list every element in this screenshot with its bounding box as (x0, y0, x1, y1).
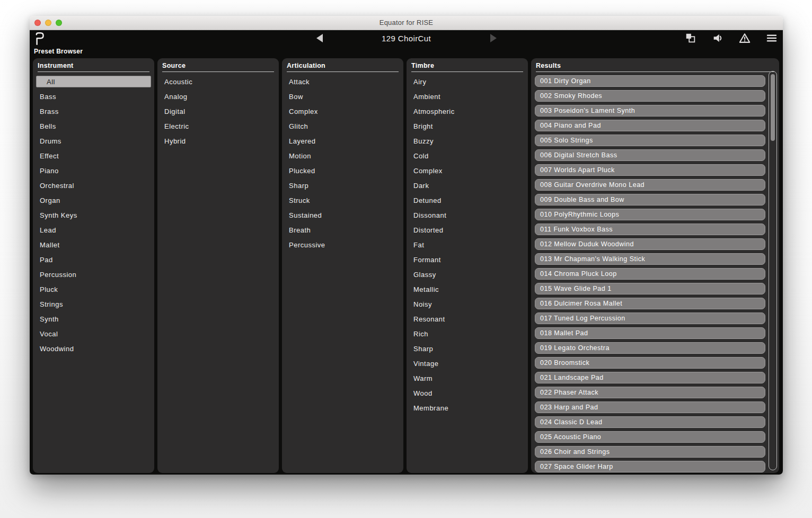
preset-result-item[interactable]: 014 Chroma Pluck Loop (535, 268, 765, 280)
filter-option[interactable]: Dark (410, 178, 525, 193)
filter-option[interactable]: Dissonant (410, 208, 525, 222)
preset-result-item[interactable]: 011 Funk Voxbox Bass (535, 224, 765, 235)
preset-result-item[interactable]: 017 Tuned Log Percussion (535, 312, 765, 324)
menu-icon[interactable] (766, 32, 778, 44)
preset-result-item[interactable]: 022 Phaser Attack (535, 387, 765, 398)
filter-option[interactable]: Vocal (36, 326, 151, 341)
preset-result-item[interactable]: 003 Poseidon's Lament Synth (535, 105, 765, 117)
filter-option[interactable]: Synth (36, 311, 151, 326)
preset-result-item[interactable]: 005 Solo Strings (535, 135, 765, 146)
filter-option[interactable]: Bells (36, 119, 151, 133)
filter-option[interactable]: Bow (285, 89, 400, 104)
filter-option[interactable]: Bass (36, 89, 151, 104)
filter-option[interactable]: Motion (285, 148, 400, 163)
filter-option[interactable]: Pad (36, 252, 151, 267)
filter-option[interactable]: Wood (410, 386, 525, 400)
filter-option[interactable]: Piano (36, 163, 151, 178)
preset-result-item[interactable]: 012 Mellow Duduk Woodwind (535, 238, 765, 250)
close-window-button[interactable] (34, 20, 41, 26)
filter-option[interactable]: Attack (285, 74, 400, 89)
filter-option[interactable]: Brass (36, 104, 151, 119)
filter-option[interactable]: Detuned (410, 193, 525, 208)
alert-icon[interactable] (739, 32, 751, 44)
preset-result-item[interactable]: 002 Smoky Rhodes (535, 90, 765, 102)
filter-option[interactable]: Percussion (36, 267, 151, 282)
filter-option[interactable]: Airy (410, 74, 525, 89)
filter-option[interactable]: Formant (410, 252, 525, 267)
preset-result-item[interactable]: 004 Piano and Pad (535, 120, 765, 131)
preset-result-item[interactable]: 023 Harp and Pad (535, 401, 765, 413)
zoom-window-button[interactable] (56, 20, 62, 26)
preset-result-item[interactable]: 006 Digital Stretch Bass (535, 149, 765, 161)
filter-option[interactable]: Mallet (36, 237, 151, 252)
preset-result-item[interactable]: 027 Space Glider Harp (535, 461, 765, 472)
filter-option[interactable]: Cold (410, 148, 525, 163)
filter-option[interactable]: Acoustic (161, 74, 276, 89)
volume-icon[interactable] (712, 32, 723, 44)
preset-result-item[interactable]: 026 Choir and Strings (535, 446, 765, 458)
filter-option[interactable]: Organ (36, 193, 151, 208)
filter-option[interactable]: Bright (410, 119, 525, 133)
filter-option[interactable]: Sharp (410, 341, 525, 356)
preset-result-item[interactable]: 025 Acoustic Piano (535, 431, 765, 443)
preset-result-item[interactable]: 016 Dulcimer Rosa Mallet (535, 298, 765, 309)
next-preset-button[interactable] (490, 34, 497, 42)
filter-option[interactable]: Membrane (410, 400, 525, 415)
filter-option[interactable]: Electric (161, 119, 276, 133)
filter-option[interactable]: Vintage (410, 356, 525, 371)
filter-option[interactable]: Struck (285, 193, 400, 208)
filter-option[interactable]: Complex (285, 104, 400, 119)
filter-option[interactable]: Metallic (410, 282, 525, 297)
preset-result-item[interactable]: 019 Legato Orchestra (535, 342, 765, 354)
preset-name[interactable]: 129 ChoirCut (382, 34, 431, 43)
filter-option[interactable]: Warm (410, 371, 525, 386)
preset-result-item[interactable]: 008 Guitar Overdrive Mono Lead (535, 179, 765, 191)
preset-result-item[interactable]: 007 Worlds Apart Pluck (535, 164, 765, 176)
filter-option[interactable]: Glitch (285, 119, 400, 133)
filter-option[interactable]: Atmospheric (410, 104, 525, 119)
previous-preset-button[interactable] (316, 34, 323, 42)
preset-result-item[interactable]: 020 Broomstick (535, 357, 765, 369)
filter-option[interactable]: Drums (36, 133, 151, 148)
roli-logo-icon[interactable] (34, 31, 46, 46)
filter-option[interactable]: Ambient (410, 89, 525, 104)
minimize-window-button[interactable] (45, 20, 51, 26)
filter-option[interactable]: Breath (285, 222, 400, 237)
filter-option[interactable]: Sharp (285, 178, 400, 193)
filter-option[interactable]: Digital (161, 104, 276, 119)
filter-option[interactable]: Pluck (36, 282, 151, 297)
filter-option[interactable]: Distorted (410, 222, 525, 237)
filter-option[interactable]: Strings (36, 297, 151, 311)
preset-result-item[interactable]: 021 Landscape Pad (535, 372, 765, 383)
panels-icon[interactable] (685, 32, 696, 44)
preset-result-item[interactable]: 024 Classic D Lead (535, 416, 765, 428)
preset-result-item[interactable]: 009 Double Bass and Bow (535, 194, 765, 206)
preset-result-item[interactable]: 018 Mallet Pad (535, 327, 765, 339)
filter-option[interactable]: Noisy (410, 297, 525, 311)
preset-result-item[interactable]: 001 Dirty Organ (535, 75, 765, 87)
filter-option[interactable]: Glassy (410, 267, 525, 282)
preset-result-item[interactable]: 010 PolyRhythmic Loops (535, 209, 765, 220)
window-titlebar[interactable]: Equator for RISE (30, 16, 783, 30)
filter-option[interactable]: Buzzy (410, 133, 525, 148)
filter-option[interactable]: Resonant (410, 311, 525, 326)
results-scrollbar-thumb[interactable] (771, 74, 775, 141)
filter-option[interactable]: Sustained (285, 208, 400, 222)
filter-option[interactable]: All (36, 76, 151, 87)
filter-option[interactable]: Complex (410, 163, 525, 178)
preset-result-item[interactable]: 013 Mr Chapman's Walking Stick (535, 253, 765, 265)
filter-option[interactable]: Analog (161, 89, 276, 104)
filter-option[interactable]: Rich (410, 326, 525, 341)
filter-option[interactable]: Effect (36, 148, 151, 163)
filter-option[interactable]: Lead (36, 222, 151, 237)
filter-option[interactable]: Layered (285, 133, 400, 148)
filter-option[interactable]: Woodwind (36, 341, 151, 356)
filter-option[interactable]: Synth Keys (36, 208, 151, 222)
filter-option[interactable]: Plucked (285, 163, 400, 178)
filter-option[interactable]: Fat (410, 237, 525, 252)
filter-option[interactable]: Hybrid (161, 133, 276, 148)
filter-option[interactable]: Orchestral (36, 178, 151, 193)
filter-option[interactable]: Percussive (285, 237, 400, 252)
results-scrollbar[interactable] (769, 71, 777, 470)
preset-result-item[interactable]: 015 Wave Glide Pad 1 (535, 283, 765, 294)
